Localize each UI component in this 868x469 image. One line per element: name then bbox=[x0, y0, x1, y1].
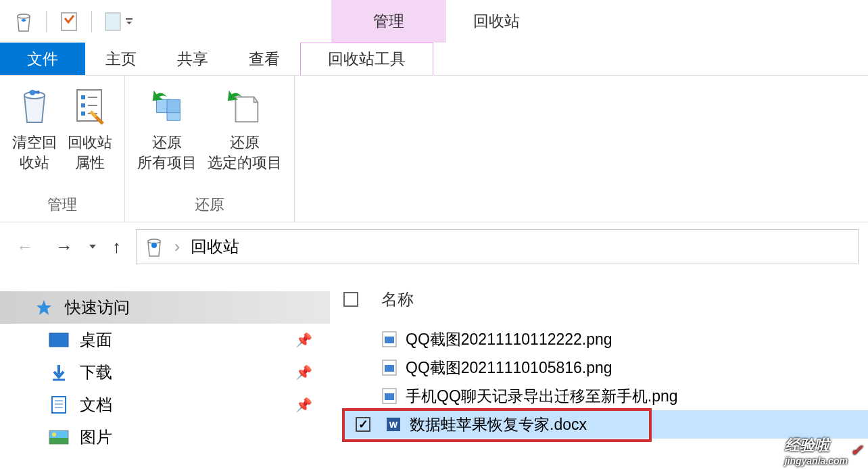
ribbon-tabs: 文件 主页 共享 查看 回收站工具 bbox=[0, 43, 868, 75]
history-dropdown-icon[interactable] bbox=[88, 242, 97, 251]
svg-point-26 bbox=[52, 433, 56, 437]
tab-share[interactable]: 共享 bbox=[157, 43, 228, 75]
recycle-bin-full-icon bbox=[15, 87, 54, 126]
properties-list-icon bbox=[70, 87, 110, 126]
empty-recycle-bin-button[interactable]: 清空回 收站 bbox=[7, 80, 62, 191]
navigation-bar: ← → ↑ › 回收站 bbox=[0, 222, 868, 271]
svg-rect-2 bbox=[105, 13, 120, 30]
svg-point-17 bbox=[151, 243, 157, 248]
context-tab-manage[interactable]: 管理 bbox=[331, 0, 446, 43]
navigation-pane: 快速访问 桌面 📌 下载 📌 文档 📌 图片 bbox=[0, 271, 330, 469]
svg-rect-3 bbox=[126, 18, 132, 20]
svg-rect-9 bbox=[81, 112, 85, 116]
breadcrumb-location[interactable]: 回收站 bbox=[191, 236, 239, 257]
file-name: QQ截图20211110105816.png bbox=[406, 357, 612, 378]
window-title: 回收站 bbox=[473, 11, 520, 32]
document-icon bbox=[49, 396, 69, 414]
quick-access-item[interactable]: 快速访问 bbox=[0, 291, 330, 324]
qat-dropdown[interactable] bbox=[104, 11, 135, 32]
file-name: 数据蛙苹果恢复专家.docx bbox=[410, 414, 587, 435]
svg-rect-32 bbox=[385, 393, 394, 400]
quick-access-toolbar bbox=[0, 11, 135, 32]
image-file-icon bbox=[381, 331, 397, 347]
separator bbox=[91, 11, 92, 32]
picture-icon bbox=[49, 428, 69, 446]
forward-button[interactable]: → bbox=[49, 232, 80, 262]
svg-point-5 bbox=[30, 90, 35, 95]
ribbon: 清空回 收站 回收站 属性 管理 还原 所有项目 还原 bbox=[0, 75, 868, 222]
ribbon-group-label: 管理 bbox=[0, 191, 124, 219]
recycle-bin-properties-button[interactable]: 回收站 属性 bbox=[62, 80, 118, 191]
svg-rect-18 bbox=[49, 333, 68, 347]
separator bbox=[46, 11, 47, 32]
restore-selected-button[interactable]: 还原 选定的项目 bbox=[202, 80, 287, 191]
recycle-bin-icon bbox=[145, 236, 164, 257]
desktop-icon bbox=[49, 331, 69, 349]
svg-rect-20 bbox=[52, 397, 66, 413]
image-file-icon bbox=[381, 388, 397, 404]
watermark: 经验啦 jingyanla.com ✓ bbox=[785, 435, 863, 466]
ribbon-group-label: 还原 bbox=[125, 191, 294, 219]
restore-selected-icon bbox=[225, 87, 264, 126]
tab-file[interactable]: 文件 bbox=[0, 43, 85, 75]
column-header[interactable]: 名称 bbox=[343, 285, 868, 314]
title-bar: 管理 回收站 bbox=[0, 0, 868, 43]
svg-rect-8 bbox=[81, 103, 85, 107]
pin-icon: 📌 bbox=[295, 364, 312, 380]
file-row[interactable]: QQ截图20211110112222.png bbox=[343, 325, 868, 353]
svg-rect-25 bbox=[49, 438, 68, 444]
select-all-checkbox[interactable] bbox=[343, 292, 358, 307]
restore-all-button[interactable]: 还原 所有项目 bbox=[132, 80, 202, 191]
documents-item[interactable]: 文档 📌 bbox=[0, 389, 330, 421]
svg-rect-15 bbox=[167, 99, 180, 112]
tab-view[interactable]: 查看 bbox=[228, 43, 300, 75]
desktop-item[interactable]: 桌面 📌 bbox=[0, 324, 330, 356]
check-icon: ✓ bbox=[850, 442, 863, 460]
svg-text:W: W bbox=[389, 420, 398, 430]
star-icon bbox=[34, 299, 54, 316]
file-row[interactable]: W 数据蛙苹果恢复专家.docx bbox=[343, 410, 868, 439]
properties-icon[interactable] bbox=[59, 11, 79, 32]
image-file-icon bbox=[381, 360, 397, 376]
breadcrumb-separator: › bbox=[174, 237, 180, 256]
tab-home[interactable]: 主页 bbox=[85, 43, 157, 75]
file-name: 手机QQ聊天记录导出迁移至新手机.png bbox=[406, 386, 678, 407]
svg-rect-28 bbox=[385, 337, 394, 343]
recycle-bin-icon[interactable] bbox=[14, 11, 34, 32]
svg-rect-7 bbox=[81, 95, 85, 99]
pin-icon: 📌 bbox=[295, 332, 312, 348]
word-file-icon: W bbox=[385, 416, 402, 433]
up-button[interactable]: ↑ bbox=[105, 232, 128, 262]
tab-recycle-tools[interactable]: 回收站工具 bbox=[300, 43, 433, 75]
pictures-item[interactable]: 图片 bbox=[0, 421, 330, 453]
file-row[interactable]: QQ截图20211110105816.png bbox=[343, 353, 868, 382]
back-button[interactable]: ← bbox=[9, 232, 41, 262]
ribbon-group-restore: 还原 所有项目 还原 选定的项目 还原 bbox=[125, 76, 295, 222]
address-bar[interactable]: › 回收站 bbox=[136, 229, 859, 264]
file-name: QQ截图20211110112222.png bbox=[406, 329, 612, 350]
svg-rect-30 bbox=[385, 365, 394, 372]
chevron-down-icon bbox=[123, 16, 135, 28]
column-name[interactable]: 名称 bbox=[381, 289, 414, 310]
file-checkbox[interactable] bbox=[356, 417, 370, 432]
download-icon bbox=[49, 364, 69, 381]
downloads-item[interactable]: 下载 📌 bbox=[0, 356, 330, 389]
file-row[interactable]: 手机QQ聊天记录导出迁移至新手机.png bbox=[343, 382, 868, 410]
pin-icon: 📌 bbox=[295, 397, 312, 413]
content-area: 快速访问 桌面 📌 下载 📌 文档 📌 图片 名称 Q bbox=[0, 271, 868, 469]
ribbon-group-manage: 清空回 收站 回收站 属性 管理 bbox=[0, 76, 125, 222]
svg-point-0 bbox=[18, 14, 30, 18]
restore-all-icon bbox=[147, 87, 187, 126]
